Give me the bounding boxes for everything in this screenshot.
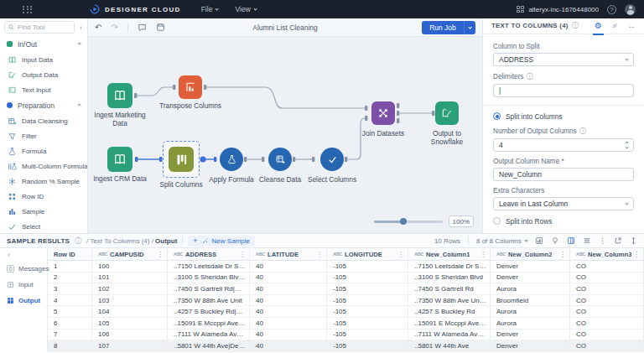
split-into-columns-radio[interactable]: Split into Columns <box>493 112 634 121</box>
column-menu-icon[interactable]: ⋮ <box>480 251 486 258</box>
table-cell[interactable]: Aurora <box>491 318 570 329</box>
table-cell[interactable]: 40 <box>250 318 327 329</box>
node-apply-formula[interactable] <box>220 148 243 171</box>
column-header-latitude[interactable]: ABCLATITUDE⋮ <box>250 248 327 260</box>
table-cell[interactable]: CO <box>570 273 644 283</box>
sidebar-item-text-input[interactable]: Text Input <box>0 82 87 97</box>
app-launcher-icon[interactable] <box>23 6 33 13</box>
table-row[interactable]: 4103..7350 W 88th Ave Unit40-105..7350 W… <box>48 295 644 307</box>
sidebar-item-formula[interactable]: Formula <box>0 143 87 158</box>
table-cell[interactable]: ..7450 S Gartrell Rd <box>408 283 491 294</box>
table-cell[interactable]: -105 <box>327 283 408 294</box>
table-cell[interactable]: 40 <box>250 273 327 283</box>
table-cell[interactable]: 40 <box>250 340 327 351</box>
sidebar-item-select[interactable]: Select <box>0 219 87 233</box>
table-row[interactable]: 6105..15091 E Mccppi Ave Unit40-105..150… <box>48 318 644 330</box>
table-cell[interactable]: CO <box>570 330 644 340</box>
table-cell[interactable]: 102 <box>92 283 168 294</box>
table-cell[interactable]: ..7150 Leetsdale Dr Ste E|Denver| <box>168 261 250 272</box>
column-header-address[interactable]: ABCADDRESS⋮ <box>168 248 250 260</box>
list-view-icon[interactable] <box>583 236 591 245</box>
table-cell[interactable]: 40 <box>250 330 327 340</box>
menu-file[interactable]: File <box>201 5 219 13</box>
kebab-menu-icon[interactable]: ⋮ <box>599 236 606 245</box>
node-ingest-crm-data[interactable] <box>107 147 132 172</box>
redo-icon[interactable]: ↷ <box>111 23 117 32</box>
table-cell[interactable]: ..15091 E Mccppi Ave Unit <box>168 318 250 329</box>
column-header-new-column1[interactable]: ABCNew_Column1⋮ <box>408 248 491 260</box>
table-cell[interactable]: ..15091 E Mccppi Ave Unit A <box>408 318 491 329</box>
sidebar-item-multi-column-formula[interactable]: Multi-Column Formula <box>0 158 87 174</box>
table-row[interactable]: 7106..7111 W Alameda Ave Unit40-105..711… <box>48 330 644 341</box>
column-header-row-id[interactable]: Row ID <box>48 248 92 260</box>
table-cell[interactable]: 6 <box>48 318 92 329</box>
table-cell[interactable]: ..7350 W 88th Ave Unit H <box>408 295 491 306</box>
column-menu-icon[interactable]: ⋮ <box>397 251 404 258</box>
table-cell[interactable]: ..7450 S Gartrell Rd|Aurora| <box>168 283 250 294</box>
table-cell[interactable]: 40 <box>250 283 327 294</box>
new-sample-button[interactable]: + New Sample <box>188 236 255 247</box>
table-row[interactable]: 2101..3100 S Sheridan Blvd|Denver|40-105… <box>48 273 644 284</box>
help-icon[interactable]: ? <box>607 5 616 14</box>
table-cell[interactable]: 107 <box>92 340 168 351</box>
messages-tab[interactable]: 0 Messages <box>0 261 47 277</box>
table-cell[interactable]: ..7150 Leetsdale Dr Ste E <box>408 261 491 272</box>
results-sidebar-collapse[interactable]: ‹ <box>0 250 47 261</box>
table-cell[interactable]: 101 <box>92 273 168 283</box>
input-tab[interactable]: Input <box>0 277 47 293</box>
split-into-rows-radio[interactable]: Split into Rows <box>493 217 634 226</box>
comment-icon[interactable] <box>138 23 147 32</box>
sidebar-item-sample[interactable]: Sample <box>0 204 87 219</box>
table-cell[interactable]: -105 <box>327 340 408 351</box>
expand-panel-icon[interactable]: ↔ <box>627 22 636 30</box>
run-job-dropdown[interactable] <box>464 21 475 34</box>
workspace-switcher[interactable]: alteryx-inc-1676448000 <box>517 6 599 13</box>
table-cell[interactable]: -105 <box>327 330 408 340</box>
table-cell[interactable]: 40 <box>250 306 327 317</box>
node-split-columns[interactable] <box>169 147 194 172</box>
column-header-campusid[interactable]: ABCCAMPUSID⋮ <box>92 248 168 260</box>
column-header-new-column2[interactable]: ABCNew_Column2⋮ <box>491 248 570 260</box>
node-output-to-snowflake[interactable] <box>435 101 459 125</box>
table-cell[interactable]: ..3100 S Sheridan Blvd|Denver| <box>168 273 250 283</box>
extra-characters-select[interactable]: Leave in Last Column <box>493 197 634 210</box>
table-cell[interactable]: -105 <box>327 295 408 306</box>
export-icon[interactable] <box>614 236 622 245</box>
table-cell[interactable]: CO <box>570 295 644 306</box>
table-row[interactable]: 1100..7150 Leetsdale Dr Ste E|Denver|40-… <box>48 261 644 273</box>
sidebar-item-data-cleansing[interactable]: Data Cleansing <box>0 113 87 128</box>
table-cell[interactable]: 103 <box>92 295 168 306</box>
sidebar-item-filter[interactable]: Filter <box>0 128 87 143</box>
column-menu-icon[interactable]: ⋮ <box>316 251 323 258</box>
output-column-name-input[interactable]: New_Column <box>493 168 634 181</box>
table-cell[interactable]: ..3100 S Sheridan Blvd <box>408 273 491 283</box>
table-cell[interactable]: CO <box>570 340 644 351</box>
node-transpose-columns[interactable] <box>179 75 202 99</box>
table-cell[interactable]: -105 <box>327 318 408 329</box>
sidebar-item-row-id[interactable]: Row ID <box>0 189 87 204</box>
table-cell[interactable]: CO <box>570 261 644 272</box>
menu-view[interactable]: View <box>236 5 257 13</box>
info-icon[interactable]: ⓘ <box>579 127 586 136</box>
table-row[interactable]: 3102..7450 S Gartrell Rd|Aurora|40-105..… <box>48 283 644 295</box>
resize-panel-icon[interactable] <box>630 236 637 245</box>
table-cell[interactable]: 8 <box>48 340 92 351</box>
column-header-longitude[interactable]: ABCLONGITUDE⋮ <box>327 248 408 260</box>
table-cell[interactable]: 3 <box>48 283 92 294</box>
plug-icon[interactable] <box>610 22 619 30</box>
table-cell[interactable]: 2 <box>48 273 92 283</box>
table-cell[interactable]: ..5801 W 44th Ave|Denver| <box>168 340 250 351</box>
column-menu-icon[interactable]: ⋮ <box>157 251 164 258</box>
info-icon[interactable]: ⓘ <box>75 236 81 246</box>
number-stepper[interactable] <box>626 142 628 148</box>
table-cell[interactable]: Aurora <box>491 283 570 294</box>
run-job-button[interactable]: Run Job <box>422 21 475 34</box>
info-icon[interactable]: ⓘ <box>526 72 532 81</box>
table-cell[interactable]: CO <box>570 283 644 294</box>
columns-count-dropdown[interactable]: 8 of 8 Columns <box>476 237 527 245</box>
sidebar-item-random-sample[interactable]: Random % Sample <box>0 174 87 189</box>
column-menu-icon[interactable]: ⋮ <box>239 251 246 258</box>
table-cell[interactable]: ..7111 W Alameda Ave Unit <box>168 330 250 340</box>
table-cell[interactable]: -105 <box>327 273 408 283</box>
gear-icon[interactable]: ⚙ <box>595 22 602 30</box>
